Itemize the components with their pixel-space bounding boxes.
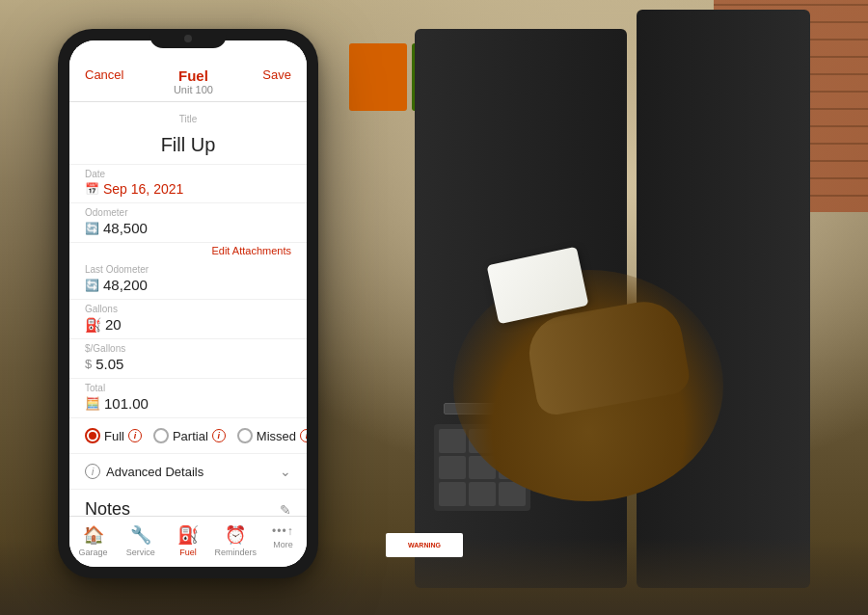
- nav-label-reminders: Reminders: [214, 548, 257, 557]
- price-per-gallon-field[interactable]: $/Gallons $ 5.05: [69, 339, 307, 379]
- nav-item-more[interactable]: •••↑ More: [259, 521, 307, 561]
- phone-device: Cancel Fuel Unit 100 Save Title Fill Up …: [58, 29, 318, 578]
- total-value: 🧮 101.00: [85, 395, 291, 412]
- warning-sticker: WARNING: [386, 533, 463, 557]
- edit-attachments-button[interactable]: Edit Attachments: [211, 245, 291, 256]
- nav-item-fuel[interactable]: ⛽ Fuel: [164, 521, 211, 561]
- app-header: Cancel Fuel Unit 100 Save: [69, 40, 307, 102]
- radio-full[interactable]: Full i: [85, 428, 142, 443]
- header-subtitle: Unit 100: [123, 84, 262, 95]
- nav-label-service: Service: [126, 548, 155, 557]
- price-label: $/Gallons: [85, 343, 291, 354]
- last-odometer-field[interactable]: Last Odometer 🔄 48,200: [69, 260, 307, 300]
- fuel-icon: ⛽: [177, 524, 199, 546]
- date-label: Date: [85, 169, 291, 179]
- cancel-button[interactable]: Cancel: [85, 67, 123, 82]
- full-info-icon[interactable]: i: [128, 429, 142, 442]
- total-label: Total: [85, 383, 291, 393]
- radio-missed[interactable]: Missed i: [237, 428, 307, 443]
- service-icon: 🔧: [130, 524, 151, 546]
- radio-missed-label: Missed: [257, 429, 296, 443]
- garage-icon: 🏠: [83, 524, 104, 546]
- header-title-area: Fuel Unit 100: [123, 67, 262, 95]
- phone-screen: Cancel Fuel Unit 100 Save Title Fill Up …: [69, 40, 307, 567]
- more-icon: •••↑: [272, 524, 294, 538]
- odometer-icon: 🔄: [85, 222, 99, 235]
- odometer-label: Odometer: [85, 207, 291, 218]
- radio-missed-circle: [237, 428, 253, 443]
- phone-camera: [184, 35, 192, 42]
- calendar-icon: 📅: [85, 182, 99, 196]
- nav-item-reminders[interactable]: ⏰ Reminders: [212, 521, 259, 561]
- title-field-label: Title: [69, 108, 307, 126]
- dollar-sign: $: [85, 357, 92, 371]
- header-title: Fuel: [123, 67, 262, 84]
- notes-edit-icon[interactable]: ✎: [280, 502, 291, 517]
- radio-full-dot: [89, 432, 96, 440]
- partial-info-icon[interactable]: i: [212, 429, 226, 442]
- radio-full-label: Full: [104, 429, 124, 443]
- nav-item-service[interactable]: 🔧 Service: [117, 521, 164, 561]
- notes-label: Notes: [85, 499, 130, 516]
- title-field-value[interactable]: Fill Up: [69, 126, 307, 165]
- gallons-label: Gallons: [85, 304, 291, 314]
- fill-type-group: Full i Partial i Missed i: [69, 418, 307, 454]
- gallons-value: ⛽ 20: [85, 316, 291, 333]
- radio-partial-label: Partial: [173, 429, 208, 443]
- nav-label-more: More: [273, 540, 293, 549]
- radio-partial[interactable]: Partial i: [153, 428, 226, 443]
- advanced-details-row[interactable]: i Advanced Details ⌄: [69, 454, 307, 490]
- radio-partial-circle: [153, 428, 169, 443]
- last-odometer-value: 🔄 48,200: [85, 277, 291, 293]
- notes-section[interactable]: Notes ✎: [69, 490, 307, 516]
- date-field[interactable]: Date 📅 Sep 16, 2021: [69, 165, 307, 203]
- calculator-icon: 🧮: [85, 396, 100, 411]
- fuel-pump-icon: ⛽: [85, 317, 101, 333]
- gallons-field[interactable]: Gallons ⛽ 20: [69, 300, 307, 339]
- advanced-label-area: i Advanced Details: [85, 464, 203, 479]
- form-content: Title Fill Up Date 📅 Sep 16, 2021 Odomet…: [69, 102, 307, 516]
- pump-label-orange: [349, 43, 407, 111]
- bottom-nav: 🏠 Garage 🔧 Service ⛽ Fuel ⏰ Reminders ••…: [69, 516, 307, 567]
- nav-label-garage: Garage: [79, 548, 108, 557]
- reminders-icon: ⏰: [225, 524, 246, 546]
- title-label-area: Title Fill Up: [69, 102, 307, 165]
- radio-full-circle: [85, 428, 100, 443]
- advanced-details-label: Advanced Details: [106, 465, 203, 479]
- total-field[interactable]: Total 🧮 101.00: [69, 379, 307, 418]
- save-button[interactable]: Save: [262, 67, 291, 82]
- date-value: 📅 Sep 16, 2021: [85, 181, 291, 197]
- nav-label-fuel: Fuel: [179, 548, 197, 557]
- price-value: $ 5.05: [85, 356, 291, 372]
- last-odometer-icon: 🔄: [85, 279, 99, 292]
- odometer-value: 🔄 48,500: [85, 220, 291, 236]
- nav-item-garage[interactable]: 🏠 Garage: [69, 521, 117, 561]
- chevron-down-icon: ⌄: [280, 464, 291, 479]
- missed-info-icon[interactable]: i: [300, 429, 307, 442]
- hand-area: [434, 212, 743, 501]
- attachments-row: Edit Attachments: [69, 243, 307, 260]
- last-odometer-label: Last Odometer: [85, 264, 291, 275]
- advanced-info-icon: i: [85, 464, 100, 479]
- app-screen: Cancel Fuel Unit 100 Save Title Fill Up …: [69, 40, 307, 567]
- odometer-field[interactable]: Odometer 🔄 48,500: [69, 203, 307, 243]
